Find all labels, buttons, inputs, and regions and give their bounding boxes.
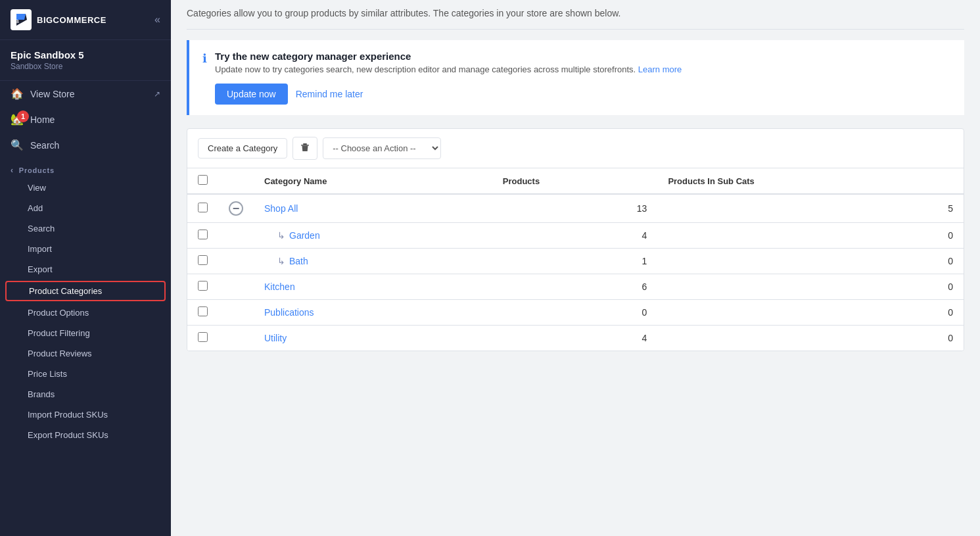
row-checkbox[interactable]	[198, 255, 208, 265]
sidebar-item-export[interactable]: Export	[0, 259, 171, 280]
row-name-cell: Utility	[254, 326, 492, 351]
category-link[interactable]: Utility	[264, 333, 287, 343]
store-type: Sandbox Store	[11, 62, 160, 71]
row-sub-cats-cell: 0	[657, 223, 964, 249]
update-now-button[interactable]: Update now	[215, 84, 288, 105]
sidebar-item-search-products[interactable]: Search	[0, 218, 171, 239]
table-toolbar: Create a Category -- Choose an Action --…	[187, 129, 964, 168]
delete-button[interactable]	[292, 137, 317, 160]
search-nav-label: Search	[30, 140, 59, 151]
sidebar-item-product-filtering[interactable]: Product Filtering	[0, 323, 171, 343]
table-row: Publications 0 0	[187, 300, 964, 326]
row-name-cell: ↳ Bath	[254, 249, 492, 274]
svg-rect-4	[301, 145, 309, 146]
row-checkbox-cell	[187, 326, 218, 351]
row-sub-cats-cell: 0	[657, 249, 964, 274]
select-all-checkbox[interactable]	[198, 175, 208, 185]
trash-icon	[300, 142, 310, 153]
products-section-header[interactable]: ‹ Products	[0, 158, 171, 178]
sidebar-item-add[interactable]: Add	[0, 198, 171, 218]
row-sub-cats-cell: 0	[657, 274, 964, 300]
row-products-cell: 6	[492, 274, 658, 300]
th-select-all	[187, 168, 218, 194]
sidebar-item-price-lists[interactable]: Price Lists	[0, 364, 171, 384]
sidebar-item-home[interactable]: 🏡 Home 1	[0, 107, 171, 132]
row-icon-cell	[218, 326, 254, 351]
section-arrow-icon: ‹	[11, 166, 14, 175]
external-link-icon: ↗	[154, 89, 160, 99]
sidebar-collapse-button[interactable]: «	[154, 14, 160, 26]
row-checkbox[interactable]	[198, 306, 208, 316]
table-header-row: Category Name Products Products In Sub C…	[187, 168, 964, 194]
info-icon: ℹ	[202, 51, 207, 66]
th-products: Products	[492, 168, 658, 194]
row-checkbox-cell	[187, 300, 218, 326]
sub-indent: ↳ Bath	[264, 256, 482, 266]
category-link[interactable]: Garden	[289, 230, 320, 241]
logo-text: BIGCOMMERCE	[37, 15, 106, 25]
row-name-cell: Shop All	[254, 194, 492, 223]
sidebar-item-export-product-skus[interactable]: Export Product SKUs	[0, 425, 171, 445]
row-checkbox-cell	[187, 223, 218, 249]
categories-table-container: Create a Category -- Choose an Action --…	[187, 128, 964, 351]
category-link[interactable]: Bath	[289, 256, 308, 266]
svg-text:B: B	[15, 18, 19, 24]
sidebar-logo: B BIGCOMMERCE	[11, 9, 106, 30]
table-row: ↳ Garden 4 0	[187, 223, 964, 249]
sidebar-item-import[interactable]: Import	[0, 239, 171, 259]
row-name-cell: ↳ Garden	[254, 223, 492, 249]
row-checkbox-cell	[187, 274, 218, 300]
learn-more-link[interactable]: Learn more	[638, 64, 682, 74]
row-products-cell: 1	[492, 249, 658, 274]
sidebar-item-view[interactable]: View	[0, 178, 171, 198]
page-description: Categories allow you to group products b…	[187, 0, 964, 30]
row-icon-cell	[218, 249, 254, 274]
create-category-button[interactable]: Create a Category	[198, 138, 287, 158]
store-name: Epic Sandbox 5	[11, 49, 160, 61]
th-icon	[218, 168, 254, 194]
row-sub-cats-cell: 0	[657, 300, 964, 326]
info-banner-actions: Update now Remind me later	[215, 84, 682, 105]
store-info: Epic Sandbox 5 Sandbox Store	[0, 40, 171, 81]
categories-table-body: − Shop All 13 5	[187, 194, 964, 351]
row-name-cell: Publications	[254, 300, 492, 326]
sidebar-item-import-product-skus[interactable]: Import Product SKUs	[0, 404, 171, 425]
row-products-cell: 4	[492, 223, 658, 249]
row-name-cell: Kitchen	[254, 274, 492, 300]
minus-circle-icon: −	[229, 201, 243, 216]
info-banner-content: Try the new category manager experience …	[215, 51, 682, 105]
category-link[interactable]: Publications	[264, 307, 314, 318]
sidebar-item-brands[interactable]: Brands	[0, 384, 171, 404]
main-content-area: Categories allow you to group products b…	[171, 0, 980, 536]
info-banner-description: Update now to try categories search, new…	[215, 64, 682, 74]
row-products-cell: 4	[492, 326, 658, 351]
category-link[interactable]: Shop All	[264, 203, 298, 214]
home-icon: 🏠	[11, 87, 24, 100]
sidebar-item-product-reviews[interactable]: Product Reviews	[0, 343, 171, 364]
row-checkbox[interactable]	[198, 281, 208, 291]
row-icon-cell	[218, 274, 254, 300]
bigcommerce-logo-icon: B	[11, 9, 32, 30]
sub-indent: ↳ Garden	[264, 230, 482, 241]
category-link[interactable]: Kitchen	[264, 281, 295, 292]
home-badge: 1	[17, 110, 29, 122]
table-row: ↳ Bath 1 0	[187, 249, 964, 274]
row-checkbox[interactable]	[198, 230, 208, 239]
sidebar-item-search[interactable]: 🔍 Search	[0, 132, 171, 158]
action-select[interactable]: -- Choose an Action -- Delete Enable Dis…	[323, 137, 441, 159]
sidebar: B BIGCOMMERCE « Epic Sandbox 5 Sandbox S…	[0, 0, 171, 536]
table-row: − Shop All 13 5	[187, 194, 964, 223]
remind-later-button[interactable]: Remind me later	[296, 89, 363, 99]
indent-arrow-icon: ↳	[277, 256, 285, 266]
home-label: Home	[30, 114, 55, 125]
sidebar-item-product-categories[interactable]: Product Categories	[5, 281, 166, 301]
th-category-name: Category Name	[254, 168, 492, 194]
sidebar-item-product-options[interactable]: Product Options	[0, 303, 171, 323]
row-checkbox-cell	[187, 194, 218, 223]
row-checkbox[interactable]	[198, 203, 208, 212]
row-checkbox[interactable]	[198, 332, 208, 342]
view-store-label: View Store	[30, 89, 74, 99]
sidebar-header: B BIGCOMMERCE «	[0, 0, 171, 40]
row-products-cell: 0	[492, 300, 658, 326]
sidebar-item-view-store[interactable]: 🏠 View Store ↗	[0, 81, 171, 107]
